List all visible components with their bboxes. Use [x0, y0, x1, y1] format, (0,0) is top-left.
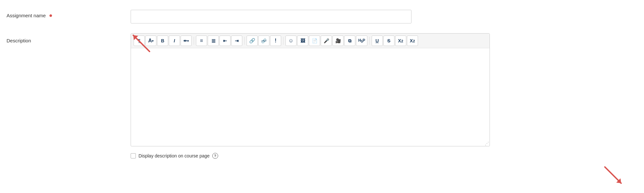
- toolbar-media-btn[interactable]: 📄: [309, 36, 320, 46]
- toolbar-indent-left-btn[interactable]: ⇤: [219, 36, 231, 46]
- toolbar-ul-btn[interactable]: ≡: [196, 36, 207, 46]
- description-label: Description: [7, 33, 131, 43]
- description-editor-wrap: ¶ A B I ✏ ≡ ≣: [131, 33, 490, 146]
- toolbar-emoji-btn[interactable]: ☺: [285, 36, 297, 46]
- toolbar-ol-btn[interactable]: ≣: [208, 36, 219, 46]
- toolbar-subscript-btn[interactable]: X2: [395, 36, 406, 46]
- display-description-row: Display description on course page ?: [0, 150, 644, 162]
- assignment-name-input[interactable]: [131, 10, 411, 23]
- toolbar-underline-btn[interactable]: U: [372, 36, 383, 46]
- svg-marker-3: [616, 178, 621, 183]
- toolbar-unlink-btn[interactable]: 🔗: [258, 36, 269, 46]
- description-label-text: Description: [7, 38, 31, 43]
- toolbar-textcolor-btn[interactable]: ✏: [181, 36, 192, 46]
- required-icon: ●: [49, 12, 53, 18]
- toolbar-superscript-btn[interactable]: X2: [407, 36, 418, 46]
- display-description-checkbox[interactable]: [131, 153, 136, 158]
- svg-line-2: [605, 167, 621, 183]
- display-description-label[interactable]: Display description on course page: [138, 153, 210, 158]
- assignment-name-wrap: [131, 10, 411, 23]
- assignment-name-label-text: Assignment name: [7, 13, 46, 18]
- pencil-icon: ✏: [184, 38, 187, 43]
- toolbar-paragraph-btn[interactable]: ¶: [134, 36, 145, 46]
- toolbar-italic-btn[interactable]: I: [169, 36, 180, 46]
- toolbar-image-btn[interactable]: 🖼: [297, 36, 308, 46]
- editor-container: ¶ A B I ✏ ≡ ≣: [131, 33, 490, 146]
- toolbar-video-btn[interactable]: 🎥: [332, 36, 344, 46]
- page-container: Assignment name ● Description ¶ A B: [0, 0, 644, 193]
- annotation-arrow-2: [598, 160, 624, 186]
- separator-3: [283, 37, 283, 45]
- toolbar-strikethrough-btn[interactable]: S: [383, 36, 394, 46]
- toolbar-indent-right-btn[interactable]: ⇥: [231, 36, 242, 46]
- toolbar-h5p-btn[interactable]: H5P: [356, 36, 367, 46]
- h5p-label: H5P: [358, 38, 365, 43]
- description-row: Description ¶ A B I ✏: [0, 30, 644, 150]
- help-icon[interactable]: ?: [212, 153, 218, 159]
- assignment-name-row: Assignment name ●: [0, 7, 644, 27]
- toolbar-bold-btn[interactable]: B: [157, 36, 168, 46]
- editor-toolbar: ¶ A B I ✏ ≡ ≣: [131, 34, 490, 48]
- assignment-name-label: Assignment name ●: [7, 10, 131, 18]
- toolbar-fontsize-btn[interactable]: A: [145, 36, 156, 46]
- resize-handle[interactable]: ⋰: [485, 141, 489, 145]
- separator-4: [369, 37, 370, 45]
- toolbar-audio-btn[interactable]: 🎤: [321, 36, 332, 46]
- editor-body[interactable]: ⋰: [131, 48, 490, 146]
- separator-2: [244, 37, 245, 45]
- toolbar-accessibility-btn[interactable]: !: [270, 36, 281, 46]
- separator-1: [194, 37, 194, 45]
- toolbar-files-btn[interactable]: ⧉: [344, 36, 355, 46]
- unlink-icon: 🔗: [261, 38, 266, 43]
- toolbar-link-btn[interactable]: 🔗: [247, 36, 258, 46]
